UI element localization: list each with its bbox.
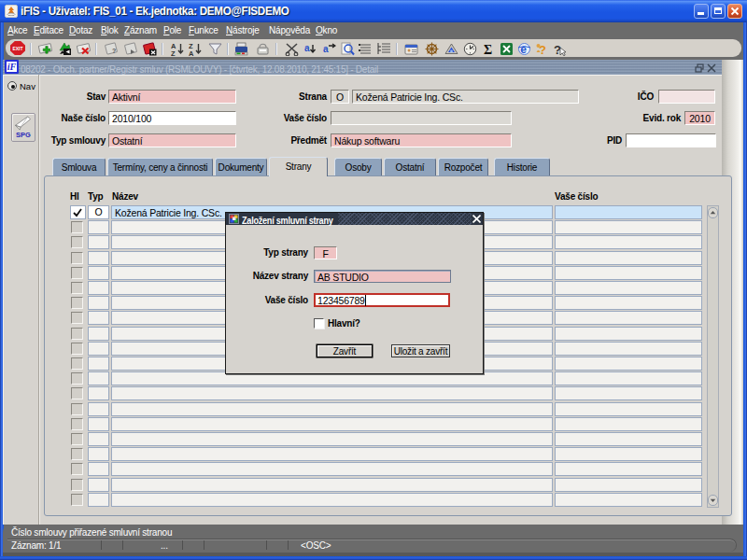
svg-text:Σ: Σ — [484, 43, 492, 56]
svg-text:?: ? — [112, 48, 116, 54]
svg-text:a: a — [304, 43, 310, 53]
svg-text:a: a — [323, 44, 329, 54]
svg-text:EXIT: EXIT — [12, 46, 22, 51]
svg-text:Z: Z — [171, 49, 176, 56]
svg-text:e: e — [520, 43, 527, 56]
svg-text:A: A — [189, 49, 194, 56]
